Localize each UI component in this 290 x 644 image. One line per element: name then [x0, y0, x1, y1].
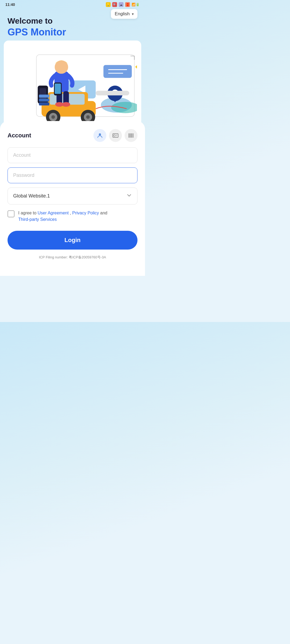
- svg-point-27: [62, 102, 70, 107]
- time-display: 11:40: [5, 2, 15, 7]
- app-icon: 🧧: [125, 2, 130, 7]
- svg-point-23: [55, 60, 68, 74]
- status-icons: 💡 🔍 ☁ 🧧 📶🔋: [106, 2, 140, 7]
- svg-rect-41: [129, 133, 129, 138]
- svg-point-21: [86, 115, 90, 119]
- svg-point-18: [51, 115, 55, 119]
- login-button[interactable]: Login: [8, 231, 137, 250]
- svg-rect-44: [132, 133, 133, 138]
- hero-illustration: ✦: [8, 45, 137, 126]
- language-label: English: [115, 11, 130, 17]
- server-selector[interactable]: Global Website.1: [8, 188, 137, 204]
- svg-rect-32: [96, 91, 129, 95]
- svg-rect-15: [68, 94, 85, 105]
- cloud-icon: ☁: [119, 2, 124, 7]
- svg-rect-1: [103, 65, 132, 78]
- chevron-down-icon: [126, 193, 132, 199]
- svg-rect-29: [55, 83, 61, 94]
- id-icon-button[interactable]: [109, 129, 122, 142]
- server-label: Global Website.1: [13, 193, 50, 199]
- account-input[interactable]: [8, 147, 137, 163]
- svg-rect-34: [39, 98, 49, 102]
- form-card: Account: [0, 121, 145, 276]
- svg-text:✦: ✦: [134, 64, 137, 70]
- illustration: ✦: [4, 41, 141, 126]
- svg-rect-38: [114, 135, 115, 136]
- svg-rect-35: [39, 102, 49, 105]
- chevron-down-icon: ▾: [132, 12, 134, 16]
- language-selector[interactable]: English ▾: [111, 9, 137, 19]
- agree-row: I agree to User Agreement , Privacy Poli…: [8, 210, 137, 223]
- user-agreement-link[interactable]: User Agreement: [38, 211, 69, 215]
- agree-text: I agree to User Agreement , Privacy Poli…: [18, 210, 107, 223]
- header: English ▾ Welcome to GPS Monitor: [0, 9, 145, 38]
- user-icon-button[interactable]: [93, 129, 106, 142]
- barcode-icon-button[interactable]: [125, 129, 137, 142]
- app-name: GPS Monitor: [8, 27, 137, 38]
- account-section-label: Account: [8, 132, 31, 139]
- svg-rect-45: [133, 133, 133, 138]
- search-icon: 🔍: [112, 2, 117, 7]
- notification-icon: 💡: [106, 2, 111, 7]
- password-input[interactable]: [8, 167, 137, 183]
- svg-rect-42: [130, 133, 130, 138]
- agree-checkbox[interactable]: [8, 210, 15, 217]
- battery-icon: 📶🔋: [132, 3, 140, 6]
- account-icon-group: [93, 129, 137, 142]
- status-bar: 11:40 💡 🔍 ☁ 🧧 📶🔋: [0, 0, 145, 9]
- svg-point-36: [99, 133, 101, 136]
- svg-rect-33: [39, 95, 49, 98]
- svg-rect-43: [131, 133, 132, 138]
- third-party-services-link[interactable]: Third-party Services: [18, 217, 57, 222]
- account-header: Account: [8, 129, 137, 142]
- icp-footer: ICP Filing number: 粤ICP备20059760号-3A: [8, 255, 137, 265]
- privacy-policy-link[interactable]: Privacy Policy: [72, 211, 99, 215]
